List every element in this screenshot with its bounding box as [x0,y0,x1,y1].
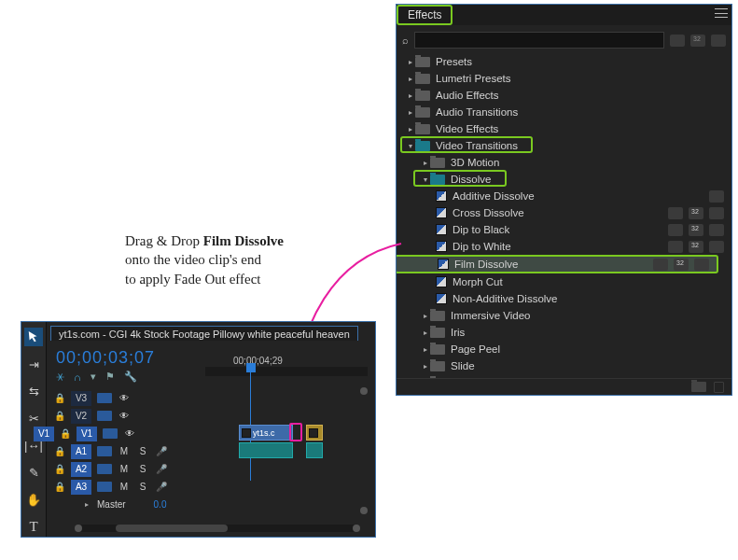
video-clip[interactable]: yt1s.c [239,425,293,441]
accel-badge-icon [668,241,683,253]
vertical-scrollbar[interactable] [360,387,369,518]
lock-icon[interactable]: 🔒 [54,393,65,404]
new-bin-icon[interactable] [691,382,706,392]
snap-icon[interactable]: ⚹ [56,371,64,383]
track-header-a1[interactable]: A1 [71,444,91,459]
item-non-additive-dissolve[interactable]: Non-Additive Dissolve [397,290,731,307]
tree-audio-transitions[interactable]: Audio Transitions [397,104,731,120]
tree-slide[interactable]: Slide [397,357,731,374]
selection-tool[interactable] [24,328,43,346]
master-value[interactable]: 0.0 [154,499,167,510]
lock-icon[interactable]: 🔒 [54,464,65,475]
tree-page-peel[interactable]: Page Peel [397,341,731,357]
track-header-v3[interactable]: V3 [71,391,91,406]
item-dip-to-black[interactable]: Dip to Black [397,221,731,238]
time-ruler[interactable] [205,367,368,376]
toggle-output-icon[interactable] [97,393,112,403]
voiceover-icon[interactable]: 🎤 [155,446,168,456]
playhead-timecode[interactable]: 00;00;03;07 [56,348,155,368]
scroll-handle[interactable] [360,387,368,395]
chevron-right-icon [421,159,430,167]
pen-tool[interactable]: ✎ [24,463,43,482]
track-a1[interactable]: 🔒 A1 M S 🎤 [54,442,353,460]
item-additive-dissolve[interactable]: Additive Dissolve [397,188,731,204]
tree-lumetri[interactable]: Lumetri Presets [397,70,731,87]
ripple-edit-tool[interactable]: ⇆ [24,382,43,400]
track-header-a3[interactable]: A3 [71,480,91,495]
accel-badge-icon[interactable] [670,35,685,47]
solo-button[interactable]: S [136,482,149,492]
eye-icon[interactable]: 👁 [123,428,136,439]
toggle-output-icon[interactable] [97,446,112,456]
effects-search-input[interactable] [414,32,664,49]
track-v2[interactable]: 🔒 V2 👁 [54,407,353,425]
trash-icon[interactable] [714,382,724,393]
zoom-thumb[interactable] [116,525,228,532]
tree-iris[interactable]: Iris [397,324,731,341]
track-a3[interactable]: 🔒 A3 M S 🎤 [54,478,353,496]
effects-search-row: ⌕ [402,31,726,49]
tree-3d-motion[interactable]: 3D Motion [397,154,731,171]
item-film-dissolve[interactable]: Film Dissolve [397,255,718,273]
track-header-v1[interactable]: V1 [77,427,97,441]
hand-tool[interactable]: ✋ [24,490,43,509]
tree-video-effects[interactable]: Video Effects [397,120,731,137]
eye-icon[interactable]: 👁 [118,393,131,403]
track-header-v2[interactable]: V2 [71,409,91,424]
track-select-tool[interactable]: ⇥ [24,355,43,373]
lock-icon[interactable]: 🔒 [60,428,71,440]
effect-icon [436,207,447,218]
settings-icon[interactable]: ⚑ [105,371,115,383]
tree-dissolve[interactable]: Dissolve [397,171,731,188]
linked-selection-icon[interactable]: ∩ [74,371,81,383]
razor-tool[interactable]: ✂ [24,409,43,427]
lock-icon[interactable]: 🔒 [54,446,65,457]
annotation-line: onto the video clip's end [125,252,261,267]
sequence-tab[interactable]: yt1s.com - CGI 4k Stock Footage Pillowy … [50,326,358,341]
transition-clip[interactable] [306,425,323,441]
tree-audio-effects[interactable]: Audio Effects [397,87,731,104]
solo-button[interactable]: S [136,464,149,474]
scroll-handle[interactable] [360,507,368,514]
yuv-badge-icon[interactable] [711,35,726,47]
toggle-output-icon[interactable] [103,428,118,439]
voiceover-icon[interactable]: 🎤 [155,482,168,492]
playhead-handle[interactable] [246,363,256,372]
item-cross-dissolve[interactable]: Cross Dissolve [397,204,731,221]
track-header-a2[interactable]: A2 [71,462,91,477]
zoom-handle-right[interactable] [353,525,360,532]
marker-icon[interactable]: ▾ [91,371,96,383]
lock-icon[interactable]: 🔒 [54,482,65,493]
tree-immersive-video[interactable]: Immersive Video [397,307,731,324]
tree-presets[interactable]: Presets [397,53,731,70]
voiceover-icon[interactable]: 🎤 [155,464,168,474]
toggle-output-icon[interactable] [97,464,112,474]
mute-button[interactable]: M [118,464,131,474]
toggle-output-icon[interactable] [97,411,112,421]
panel-menu-icon[interactable] [715,8,728,18]
track-v3[interactable]: 🔒 V3 👁 [54,389,353,407]
track-master[interactable]: Master 0.0 [54,496,353,513]
audio-clip[interactable] [239,442,293,458]
32bit-badge-icon[interactable] [690,35,705,47]
track-a2[interactable]: 🔒 A2 M S 🎤 [54,460,353,478]
item-dip-to-white[interactable]: Dip to White [397,238,731,255]
toggle-output-icon[interactable] [97,482,112,492]
item-morph-cut[interactable]: Morph Cut [397,273,731,290]
tab-effects[interactable]: Effects [397,5,453,25]
horizontal-zoom-bar[interactable] [78,525,356,532]
chevron-down-icon [406,142,415,150]
audio-clip[interactable] [306,442,323,458]
type-tool[interactable]: T [24,517,43,536]
zoom-handle-left[interactable] [75,525,82,532]
mute-button[interactable]: M [118,446,131,456]
wrench-icon[interactable]: 🔧 [124,371,137,383]
mute-button[interactable]: M [118,482,131,492]
solo-button[interactable]: S [136,446,149,456]
tree-label: Audio Effects [436,90,499,101]
eye-icon[interactable]: 👁 [118,411,131,421]
track-v1[interactable]: V1 🔒 V1 👁 yt1s.c [54,425,353,442]
tree-video-transitions[interactable]: Video Transitions [397,137,731,154]
lock-icon[interactable]: 🔒 [54,411,65,422]
source-patch-v1[interactable]: V1 [34,427,54,441]
